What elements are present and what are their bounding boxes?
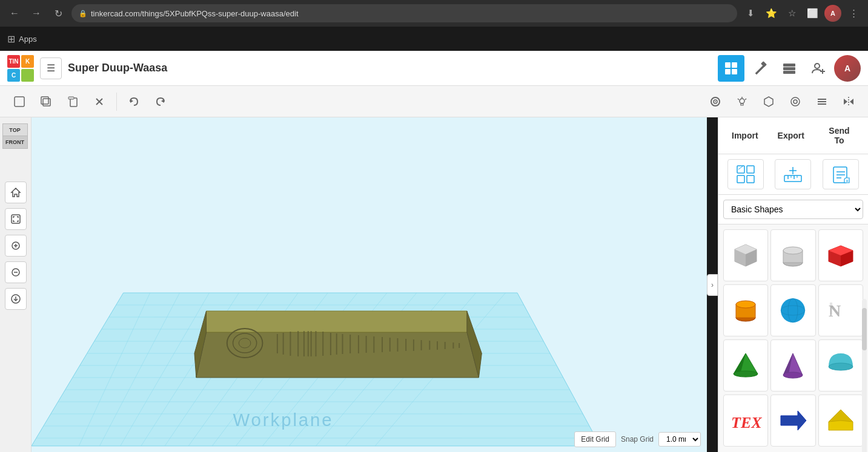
panel-notes-icon [831,165,850,184]
shape-box-hole[interactable] [723,229,768,281]
svg-rect-110 [747,175,754,183]
shape-sphere-solid[interactable] [770,284,815,336]
snap-grid-select[interactable]: 1.0 mm 0.5 mm 2.0 mm [658,432,701,447]
collapse-panel-button[interactable]: › [707,274,718,296]
send-to-button[interactable]: Send To [815,122,863,149]
svg-rect-4 [761,61,767,67]
paste-button[interactable] [61,90,85,114]
grid-view-button[interactable] [727,159,764,189]
svg-rect-112 [784,175,801,182]
shape-box-solid[interactable] [818,229,863,281]
shape-text-label[interactable]: TEXT [723,395,768,447]
shape-tools-button[interactable] [757,90,781,114]
layers-button[interactable] [776,55,803,82]
tinkercad-bar: TIN K C ☰ Super Duup-Waasa [0,51,868,86]
export-button[interactable]: Export [769,122,813,149]
panel-grid-icon [736,165,755,184]
hamburger-button[interactable]: ☰ [40,57,62,79]
user-avatar-button[interactable]: A [834,55,861,82]
svg-rect-7 [783,71,795,74]
copy-icon [40,96,52,108]
scrollbar-thumb[interactable] [862,308,867,350]
view-cube-front[interactable]: FRONT [2,136,28,149]
shape-category-bar: Basic Shapes [718,195,868,224]
workplane-svg: Workplane [31,117,707,452]
pick-button[interactable] [747,55,774,82]
svg-rect-109 [737,175,744,183]
svg-point-22 [715,101,716,102]
reload-button[interactable]: ↻ [50,5,67,22]
delete-button[interactable] [87,90,111,114]
shapes-grid: N [718,224,868,452]
copy-button[interactable] [34,90,58,114]
shape-cylinder-solid[interactable] [723,284,768,336]
view-cube-area: TOP FRONT [2,123,29,172]
download-button[interactable]: ⬇ [742,5,759,22]
shape-cylinder-hole[interactable] [770,229,815,281]
panel-scrollbar[interactable] [862,299,867,452]
zoom-out-button[interactable] [5,261,27,283]
ruler-view-button[interactable] [775,159,811,189]
viewport[interactable]: Workplane [31,117,707,452]
redo-icon [154,96,167,108]
shape-arrow-solid[interactable] [770,395,815,447]
import-button[interactable]: Import [723,122,767,149]
svg-rect-11 [15,97,24,106]
browser-right-icons: ⬇ ⭐ ☆ ⬜ A ⋮ [742,5,862,22]
mirror-button[interactable] [837,90,861,114]
new-shape-button[interactable] [7,90,31,114]
extensions-button[interactable]: ⬜ [804,5,821,22]
light-button[interactable] [730,90,754,114]
left-sidebar: TOP FRONT [0,117,31,452]
bookmark-button[interactable]: ⭐ [763,5,780,22]
edit-grid-button[interactable]: Edit Grid [574,431,616,447]
star-button[interactable]: ☆ [783,5,800,22]
logo-cell-extra [21,69,34,82]
undo-button[interactable] [122,90,146,114]
shape-roof-solid[interactable] [818,395,863,447]
svg-rect-5 [783,64,795,67]
align-button[interactable] [810,90,834,114]
view-cube-top[interactable]: TOP [2,123,28,137]
logo-cell-tin: TIN [7,55,20,68]
zoom-in-icon [10,240,21,251]
panel-top-actions: Import Export Send To [718,117,868,154]
fit-view-icon [10,214,21,224]
shape-half-sphere[interactable] [818,339,863,391]
view-3d-button[interactable] [718,55,744,82]
fit-view-button[interactable] [5,208,27,230]
svg-line-26 [745,99,746,100]
download-button[interactable] [5,288,27,310]
redo-button[interactable] [148,90,173,114]
camera-button[interactable] [703,90,727,114]
shape-cone-solid[interactable] [770,339,815,391]
notes-view-button[interactable] [823,159,859,189]
shape-pyramid-solid[interactable] [723,339,768,391]
add-person-icon [811,61,826,76]
viewport-bottom-controls: Edit Grid Snap Grid 1.0 mm 0.5 mm 2.0 mm [574,431,701,447]
circle-tool-button[interactable] [783,90,807,114]
more-button[interactable]: ⋮ [845,5,862,22]
address-bar[interactable]: 🔒 tinkercad.com/things/5XPubfKPQss-super… [71,4,737,22]
home-icon [10,187,21,198]
svg-rect-36 [12,215,20,223]
paste-icon [67,96,79,108]
svg-line-111 [738,166,743,169]
align-icon [816,96,828,108]
zoom-in-button[interactable] [5,235,27,257]
svg-rect-0 [725,62,731,68]
circle-icon [789,96,801,108]
svg-point-23 [740,99,744,103]
browser-profile-avatar[interactable]: A [824,5,841,22]
layers-icon [782,61,797,76]
right-panel: Import Export Send To [718,117,868,452]
svg-marker-150 [781,411,806,430]
add-user-button[interactable] [805,55,832,82]
shape-category-select[interactable]: Basic Shapes [723,200,863,219]
forward-button[interactable]: → [28,5,45,22]
shape-text-3d[interactable]: N [818,284,863,336]
svg-rect-2 [725,69,731,74]
svg-point-28 [791,97,800,106]
back-button[interactable]: ← [6,5,23,22]
home-view-button[interactable] [5,182,27,203]
